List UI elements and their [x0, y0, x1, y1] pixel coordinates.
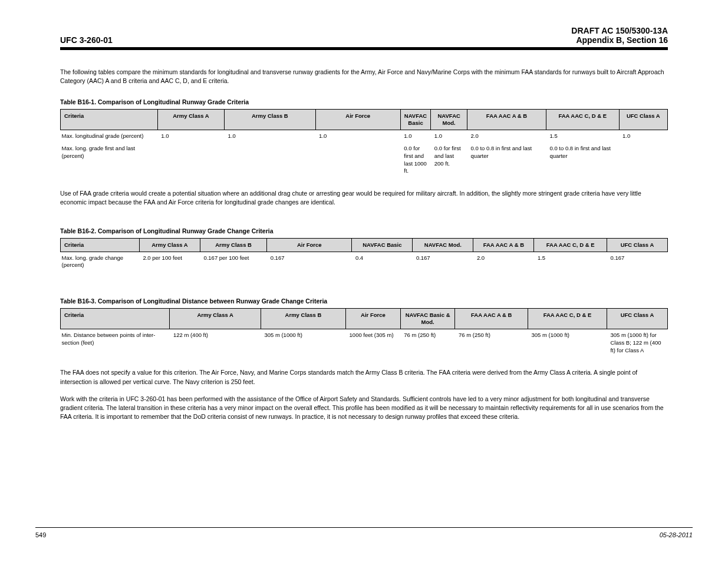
- t2-r0-c4: 0.4: [352, 252, 413, 272]
- t1-h8: UFC Class A: [619, 110, 667, 130]
- t1-r1-c1: [157, 143, 224, 177]
- table1-section: Table B16-1. Comparison of Longitudinal …: [60, 98, 668, 177]
- t2-r0-c6: 2.0: [473, 252, 534, 272]
- closing-paragraph-1: The FAA does not specify a value for thi…: [60, 368, 668, 386]
- t1-r1-c6: 0.0 to 0.8 in first and last quarter: [467, 143, 546, 177]
- t3-h0: Criteria: [61, 309, 170, 329]
- t2-h7: FAA AAC C, D & E: [534, 238, 607, 252]
- t1-r0-c4: 1.0: [400, 130, 431, 143]
- intro-paragraph: The following tables compare the minimum…: [60, 68, 668, 85]
- page-footer: 549 05-28-2011: [35, 527, 693, 538]
- t1-r0-c7: 1.5: [546, 130, 619, 143]
- table2-header-row: Criteria Army Class A Army Class B Air F…: [61, 238, 668, 252]
- t2-h0: Criteria: [61, 238, 140, 252]
- table3: Criteria Army Class A Army Class B Air F…: [60, 308, 668, 356]
- table1: Criteria Army Class A Army Class B Air F…: [60, 109, 668, 177]
- t1-r0-c6: 2.0: [467, 130, 546, 143]
- header-right-line1: DRAFT AC 150/5300-13A: [571, 26, 668, 35]
- t1-h6: FAA AAC A & B: [467, 110, 546, 130]
- doc-title: UFC 3-260-01: [60, 35, 113, 45]
- t1-r0-c5: 1.0: [431, 130, 467, 143]
- table1-header-row: Criteria Army Class A Army Class B Air F…: [61, 110, 668, 130]
- page: UFC 3-260-01 DRAFT AC 150/5300-13A Appen…: [0, 0, 728, 562]
- header-right-line2: Appendix B, Section 16: [571, 35, 668, 45]
- t3-r0-c5: 76 m (250 ft): [455, 329, 528, 356]
- footer-date: 05-28-2011: [660, 531, 693, 538]
- t2-h4: NAVFAC Basic: [352, 238, 413, 252]
- t1-r1-c8: [619, 143, 667, 177]
- t3-r0-c3: 1000 feet (305 m): [346, 329, 401, 356]
- t3-h7: UFC Class A: [607, 309, 667, 329]
- t2-h1: Army Class A: [139, 238, 200, 252]
- t1-r1-c3: [315, 143, 400, 177]
- t2-h6: FAA AAC A & B: [473, 238, 534, 252]
- t1-r0-c0: Max. longitudinal grade (percent): [61, 130, 158, 143]
- table-row: Max. long. grade change (percent) 2.0 pe…: [61, 252, 668, 272]
- t1-h0: Criteria: [61, 110, 158, 130]
- t1-h7: FAA AAC C, D & E: [546, 110, 619, 130]
- table3-header-row: Criteria Army Class A Army Class B Air F…: [61, 309, 668, 329]
- t2-h2: Army Class B: [200, 238, 266, 252]
- table3-section: Table B16-3. Comparison of Longitudinal …: [60, 297, 668, 356]
- page-header: UFC 3-260-01 DRAFT AC 150/5300-13A Appen…: [35, 26, 693, 47]
- t3-h6: FAA AAC C, D & E: [528, 309, 607, 329]
- t2-r0-c5: 0.167: [413, 252, 473, 272]
- table-row: Max. longitudinal grade (percent) 1.0 1.…: [61, 130, 668, 143]
- t3-h2: Army Class B: [261, 309, 345, 329]
- t1-h1: Army Class A: [157, 110, 224, 130]
- t2-r0-c3: 0.167: [267, 252, 352, 272]
- t1-r0-c3: 1.0: [315, 130, 400, 143]
- t3-r0-c2: 305 m (1000 ft): [261, 329, 345, 356]
- t2-r0-c7: 1.5: [534, 252, 607, 272]
- t1-r1-c4: 0.0 for first and last 1000 ft.: [400, 143, 431, 177]
- paragraph-after-t1: Use of FAA grade criteria would create a…: [60, 189, 668, 207]
- table-row: Max. long. grade first and last (percent…: [61, 143, 668, 177]
- t1-r1-c0: Max. long. grade first and last (percent…: [61, 143, 158, 177]
- t2-h3: Air Force: [267, 238, 352, 252]
- t1-r0-c8: 1.0: [619, 130, 667, 143]
- t2-h5: NAVFAC Mod.: [413, 238, 473, 252]
- t3-h3: Air Force: [346, 309, 401, 329]
- t2-r0-c8: 0.167: [607, 252, 667, 272]
- table2-section: Table B16-2. Comparison of Longitudinal …: [60, 227, 668, 272]
- footer-page-number: 549: [35, 531, 46, 538]
- t3-h5: FAA AAC A & B: [455, 309, 528, 329]
- t1-h4: NAVFAC Basic: [400, 110, 431, 130]
- t3-r0-c0: Min. Distance between points of inter-se…: [61, 329, 170, 356]
- t1-r1-c5: 0.0 for first and last 200 ft.: [431, 143, 467, 177]
- t2-r0-c0: Max. long. grade change (percent): [61, 252, 140, 272]
- t3-r0-c7: 305 m (1000 ft) for Class B; 122 m (400 …: [607, 329, 667, 356]
- t3-r0-c4: 76 m (250 ft): [400, 329, 455, 356]
- t2-r0-c1: 2.0 per 100 feet: [139, 252, 200, 272]
- content: The following tables compare the minimum…: [35, 50, 693, 421]
- t3-r0-c1: 122 m (400 ft): [170, 329, 261, 356]
- table-row: Min. Distance between points of inter-se…: [61, 329, 668, 356]
- t1-h2: Army Class B: [225, 110, 316, 130]
- t1-r0-c2: 1.0: [225, 130, 316, 143]
- footer-rule: [35, 527, 693, 528]
- t1-h5: NAVFAC Mod.: [431, 110, 467, 130]
- t3-h4: NAVFAC Basic & Mod.: [400, 309, 455, 329]
- t1-r0-c1: 1.0: [157, 130, 224, 143]
- t1-r1-c7: 0.0 to 0.8 in first and last quarter: [546, 143, 619, 177]
- table2-title: Table B16-2. Comparison of Longitudinal …: [60, 227, 668, 234]
- closing-paragraph-2: Work with the criteria in UFC 3-260-01 h…: [60, 395, 668, 422]
- table3-title: Table B16-3. Comparison of Longitudinal …: [60, 297, 668, 305]
- t2-h8: UFC Class A: [607, 238, 667, 252]
- header-right: DRAFT AC 150/5300-13A Appendix B, Sectio…: [571, 26, 668, 45]
- table1-title: Table B16-1. Comparison of Longitudinal …: [60, 98, 668, 105]
- t3-h1: Army Class A: [170, 309, 261, 329]
- t2-r0-c2: 0.167 per 100 feet: [200, 252, 266, 272]
- table2: Criteria Army Class A Army Class B Air F…: [60, 238, 668, 272]
- t3-r0-c6: 305 m (1000 ft): [528, 329, 607, 356]
- t1-r1-c2: [225, 143, 316, 177]
- t1-h3: Air Force: [315, 110, 400, 130]
